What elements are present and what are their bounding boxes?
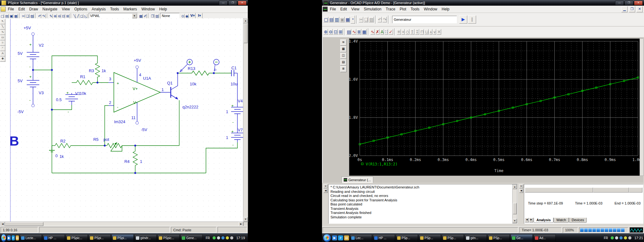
schematics-menu-edit[interactable]: Edit: [16, 6, 27, 12]
open-icon[interactable]: ▤: [5, 14, 8, 19]
probe-menu-window[interactable]: Window: [422, 6, 440, 12]
performance-icon[interactable]: ≣: [357, 29, 361, 35]
taskbar-button-psp[interactable]: PSp...: [419, 234, 441, 242]
maximize-button[interactable]: ❐: [625, 1, 633, 5]
taskbar-button-gene[interactable]: Gene...: [180, 234, 203, 242]
cursor-tool-icon[interactable]: ↧: [415, 29, 419, 35]
draw-rectangle-icon[interactable]: ▭: [0, 35, 5, 40]
quicklaunch-folder-icon[interactable]: ▤: [16, 235, 19, 240]
goal-functions-icon[interactable]: ✓: [389, 29, 393, 35]
tab-analysis[interactable]: Analysis: [534, 218, 553, 223]
redo-icon[interactable]: ↷: [42, 14, 45, 19]
scroll-up-arrow[interactable]: ▲: [243, 19, 248, 23]
taskbar-clock[interactable]: 17:21: [632, 236, 644, 240]
part-combo[interactable]: VPWL ▼: [89, 13, 138, 19]
quicklaunch-ie-icon[interactable]: e: [338, 235, 343, 240]
maximize-button[interactable]: ❐: [228, 1, 237, 5]
taskbar-button-ad[interactable]: Ad...: [534, 234, 556, 242]
tab-scroll-right-icon[interactable]: ▶: [529, 218, 533, 222]
mdi-restore-button[interactable]: ❐: [629, 6, 635, 12]
mark-data-points-icon[interactable]: ∷: [385, 29, 388, 35]
cut-icon[interactable]: ✂: [359, 17, 363, 22]
new-dropdown-arrow[interactable]: ▾: [351, 15, 355, 24]
collapse-icon[interactable]: ◀: [324, 189, 328, 193]
alert-icon[interactable]: [226, 236, 229, 239]
output-scrollbar[interactable]: ▲ ▼: [512, 184, 517, 223]
schematics-menu-markers[interactable]: Markers: [121, 6, 139, 12]
schematic-canvas[interactable]: +5VV25V+-5V+V3--5VR1V110k0.5+-R31k32+-V+…: [0, 18, 243, 222]
zoom-in-icon[interactable]: ⊕: [53, 14, 57, 19]
zoom-out-icon[interactable]: ⊖: [58, 14, 61, 19]
status-icon[interactable]: [213, 236, 216, 239]
cursor-tool-icon[interactable]: ⊔: [425, 29, 429, 35]
taskbar-button-g-n[interactable]: gén...: [465, 234, 487, 242]
open-icon[interactable]: ▤: [329, 17, 334, 22]
symbol-icon[interactable]: ◺: [84, 14, 87, 19]
select-icon[interactable]: ↖: [0, 19, 5, 24]
simulation-profile-combo[interactable]: Generateur: [392, 16, 457, 23]
marker-combo[interactable]: None: [160, 13, 180, 19]
alert-icon[interactable]: [624, 236, 627, 239]
probe-menu-edit[interactable]: Edit: [338, 6, 349, 12]
taskbar-button-psp[interactable]: PSp...: [396, 234, 418, 242]
output-file-icon[interactable]: ≣: [340, 66, 347, 72]
simulation-output-panel[interactable]: * C:\Users\Amaury LAURENT\Documents\Gene…: [328, 184, 518, 224]
sim-queue-icon[interactable]: ≋: [340, 39, 347, 46]
quicklaunch-media-icon[interactable]: ▶: [332, 235, 337, 240]
schematics-menu-analysis[interactable]: Analysis: [90, 6, 108, 12]
hidden-icons-icon[interactable]: [628, 236, 631, 239]
paste-icon[interactable]: ▨: [369, 17, 374, 22]
start-button[interactable]: [323, 234, 331, 242]
marker-icon[interactable]: ✚: [0, 56, 5, 62]
probe-menu-simulation[interactable]: Simulation: [362, 6, 384, 12]
schematics-menu-window[interactable]: Window: [139, 6, 157, 12]
probe-menu-view[interactable]: View: [349, 6, 362, 12]
probe-menu-plot[interactable]: Plot: [397, 6, 408, 12]
tab-watch[interactable]: Watch: [553, 218, 569, 223]
print-icon[interactable]: ▦: [345, 17, 350, 22]
minimize-button[interactable]: —: [615, 1, 624, 5]
collapse-icon[interactable]: ◀: [519, 189, 523, 193]
volume-icon[interactable]: [217, 236, 220, 239]
properties-icon[interactable]: ▦: [362, 29, 367, 35]
print-icon[interactable]: ▦: [14, 14, 18, 19]
header-cell[interactable]: [593, 187, 629, 193]
scroll-down-arrow[interactable]: ▼: [243, 217, 248, 222]
taskbar-button-hp[interactable]: HP ...: [43, 234, 65, 242]
fft-icon[interactable]: ∿: [352, 29, 356, 35]
taskbar-button-psp[interactable]: PSp...: [488, 234, 510, 242]
start-button[interactable]: [1, 234, 6, 242]
schematics-titlebar[interactable]: PSpice Schematics - [*Generateur p.1 (st…: [0, 0, 248, 6]
schematics-menu-help[interactable]: Help: [157, 6, 169, 12]
sim-settings-icon[interactable]: ▦: [340, 46, 347, 52]
plot-vertical-scrollbar[interactable]: [640, 38, 644, 176]
header-cell[interactable]: [629, 187, 642, 193]
redo-icon[interactable]: ↷: [382, 17, 387, 22]
cursor-tool-icon[interactable]: ⩛: [433, 29, 436, 35]
taskbar-button-pspi[interactable]: PSpi...: [89, 234, 111, 242]
schematics-menu-navigate[interactable]: Navigate: [40, 6, 59, 12]
wire-icon[interactable]: ╲: [73, 14, 76, 19]
network-icon[interactable]: [221, 236, 225, 239]
cursor-tool-icon[interactable]: ⌖: [402, 29, 405, 35]
draw-arc-icon[interactable]: ◜: [0, 46, 5, 51]
part-browser-icon[interactable]: ▩: [139, 14, 143, 19]
mdi-close-button[interactable]: ✕: [636, 6, 643, 12]
draw-wire-icon[interactable]: ✎: [49, 14, 53, 19]
close-button[interactable]: ✕: [634, 1, 643, 5]
cut-icon[interactable]: ✂: [22, 14, 25, 19]
schematics-menu-tools[interactable]: Tools: [108, 6, 121, 12]
language-indicator[interactable]: FR: [204, 236, 211, 240]
close-icon[interactable]: ✕: [519, 184, 523, 188]
taskbar-button-pspi[interactable]: PSpi...: [112, 234, 134, 242]
draw-text-icon[interactable]: A: [0, 51, 5, 56]
quicklaunch-folder-icon[interactable]: ▤: [344, 235, 349, 240]
close-button[interactable]: ✕: [238, 1, 247, 5]
undo-icon[interactable]: ↶: [38, 14, 41, 19]
taskbar-button-pspic[interactable]: PSpic...: [66, 234, 88, 242]
taskbar-button-lecte[interactable]: Lecte...: [20, 234, 42, 242]
new-page-icon[interactable]: ❐: [151, 14, 154, 19]
schematics-menu-draw[interactable]: Draw: [27, 6, 40, 12]
scroll-thumb[interactable]: [5, 222, 43, 226]
current-marker-button[interactable]: I▾: [196, 13, 203, 19]
